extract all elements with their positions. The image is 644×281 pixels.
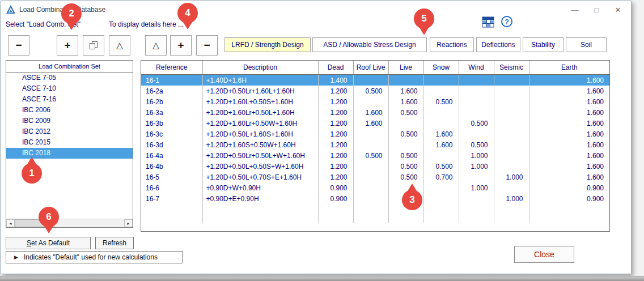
scroll-left-icon[interactable]: ◄	[6, 219, 15, 227]
list-item-asce-7-10[interactable]: ASCE 7-10	[6, 83, 133, 94]
cell: +1.20D+0.50Lr+0.50L+W+1.60H	[202, 150, 318, 161]
cell: +1.40D+1.6H	[202, 75, 318, 86]
close-button[interactable]: Close	[514, 246, 574, 263]
cell: 16-4b	[141, 161, 202, 172]
column-header-description: Description	[202, 61, 318, 75]
help-icon[interactable]: ?	[501, 16, 512, 27]
load-combination-database-dialog: Load Combination Database — □ ✕ Select "…	[1, 1, 632, 274]
copy-set-button[interactable]	[83, 35, 104, 56]
table-row-16-3c[interactable]: 16-3c+1.20D+0.50L+1.60S+1.60H1.2000.5001…	[141, 129, 609, 139]
scrollbar-track[interactable]	[15, 219, 124, 227]
default-note-text: Indicates "Default" used for new calcula…	[24, 253, 158, 261]
cell	[423, 86, 459, 96]
list-item-ibc-2012[interactable]: IBC 2012	[6, 126, 133, 137]
cell: 0.500	[353, 150, 388, 161]
callout-balloon-6: 6	[39, 207, 59, 227]
column-header-live: Live	[388, 61, 423, 75]
cell: 1.600	[388, 96, 423, 107]
list-item-ibc-2018[interactable]: IBC 2018	[6, 148, 133, 159]
remove-combination-button[interactable]: −	[196, 35, 218, 56]
maximize-icon[interactable]: □	[586, 1, 607, 18]
cell: +1.20D+1.60L+0.50S+1.60H	[202, 96, 318, 107]
cell: 1.200	[318, 118, 353, 129]
cell: 1.000	[459, 150, 494, 161]
scroll-right-icon[interactable]: ►	[124, 219, 133, 227]
list-item-ibc-2006[interactable]: IBC 2006	[6, 105, 133, 116]
cell: 16-2a	[141, 86, 202, 96]
table-row-16-3d[interactable]: 16-3d+1.20D+1.60S+0.50W+1.60H1.2001.6000…	[141, 139, 609, 150]
cell: 0.500	[423, 96, 459, 107]
list-item-asce-7-05[interactable]: ASCE 7-05	[6, 73, 133, 83]
cell	[388, 118, 423, 129]
cell	[494, 139, 529, 150]
cell	[353, 193, 388, 204]
table-row-16-4b[interactable]: 16-4b+1.20D+0.50L+0.50S+W+1.60H1.2000.50…	[141, 161, 609, 172]
table-row-16-2a[interactable]: 16-2a+1.20D+0.50Lr+1.60L+1.60H1.2000.500…	[141, 86, 609, 96]
cell	[459, 193, 494, 204]
table-row-16-5[interactable]: 16-5+1.20D+0.50L+0.70S+E+1.60H1.2000.500…	[141, 172, 609, 182]
table-row-16-7[interactable]: 16-7+0.90D+E+0.90H0.9001.0000.900	[141, 193, 609, 204]
remove-set-button[interactable]: −	[8, 35, 29, 56]
add-set-button[interactable]: +	[57, 35, 78, 56]
table-row-16-6[interactable]: 16-6+0.90D+W+0.90H0.9001.0000.900	[141, 182, 609, 193]
button-stability[interactable]: Stability	[523, 37, 564, 52]
cell: 1.200	[318, 172, 353, 182]
set-as-default-button[interactable]: Set As Default	[6, 237, 91, 249]
cell	[423, 150, 459, 161]
set-as-default-label: Set As Default	[27, 239, 70, 247]
details-hint-label: To display details here ...	[109, 20, 184, 28]
cell: 1.200	[318, 86, 353, 96]
table-row-16-3b[interactable]: 16-3b+1.20D+1.60Lr+0.50W+1.60H1.2001.600…	[141, 118, 609, 129]
cell	[494, 96, 529, 107]
button-deflections[interactable]: Deflections	[476, 37, 520, 52]
cell: 1.600	[529, 118, 609, 129]
cell	[353, 96, 388, 107]
spreadsheet-icon[interactable]	[482, 16, 494, 28]
table-row-16-3a[interactable]: 16-3a+1.20D+1.60Lr+0.50L+1.60H1.2001.600…	[141, 107, 609, 118]
refresh-button[interactable]: Refresh	[95, 237, 134, 249]
cell: 1.600	[529, 75, 609, 86]
table-row-16-2b[interactable]: 16-2b+1.20D+1.60L+0.50S+1.60H1.2001.6000…	[141, 96, 609, 107]
add-combination-button[interactable]: +	[170, 35, 192, 56]
load-combination-table: ReferenceDescriptionDeadRoof LiveLiveSno…	[141, 60, 610, 232]
list-item-ibc-2015[interactable]: IBC 2015	[6, 137, 133, 148]
column-header-roof-live: Roof Live	[353, 61, 388, 75]
cell: 1.600	[529, 107, 609, 118]
cell	[459, 75, 494, 86]
list-item-asce-7-16[interactable]: ASCE 7-16	[6, 94, 133, 105]
table-row-16-4a[interactable]: 16-4a+1.20D+0.50Lr+0.50L+W+1.60H1.2000.5…	[141, 150, 609, 161]
copy-icon	[89, 41, 98, 50]
cell: 16-5	[141, 172, 202, 182]
default-marker-icon: ▶	[14, 254, 18, 260]
cell	[494, 182, 529, 193]
minimize-icon[interactable]: —	[564, 1, 586, 18]
cell	[423, 107, 459, 118]
promote-combination-button[interactable]: △	[145, 35, 167, 56]
cell: 1.600	[388, 86, 423, 96]
cell: +1.20D+0.50L+1.60S+1.60H	[202, 129, 318, 139]
cell: 1.000	[494, 172, 529, 182]
list-item-ibc-2009[interactable]: IBC 2009	[6, 116, 133, 126]
close-icon[interactable]: ✕	[607, 1, 629, 18]
screen: Load Combination Database — □ ✕ Select "…	[0, 0, 644, 281]
cell	[459, 96, 494, 107]
tab-lrfd-strength-design[interactable]: LRFD / Strength Design	[224, 37, 311, 52]
promote-set-button[interactable]: △	[109, 35, 130, 56]
tab-asd-allowable-stress-design[interactable]: ASD / Allowable Stress Design	[312, 37, 427, 52]
load-combination-set-panel: Load Combination Set ASCE 7-05ASCE 7-10A…	[6, 60, 133, 228]
cell: 1.000	[494, 193, 529, 204]
cell: 1.600	[353, 107, 388, 118]
cell: 1.600	[529, 129, 609, 139]
cell	[423, 118, 459, 129]
horizontal-scrollbar[interactable]: ◄ ►	[6, 219, 133, 227]
cell: 16-1	[141, 75, 202, 86]
table-row-16-1[interactable]: 16-1+1.40D+1.6H1.4001.600	[141, 75, 609, 86]
cell	[494, 75, 529, 86]
button-soil[interactable]: Soil	[566, 37, 607, 52]
table-header-row: ReferenceDescriptionDeadRoof LiveLiveSno…	[141, 61, 609, 75]
button-reactions[interactable]: Reactions	[430, 37, 474, 52]
cell: 1.200	[318, 129, 353, 139]
cell	[388, 139, 423, 150]
cell: 1.200	[318, 139, 353, 150]
cell: 0.900	[318, 182, 353, 193]
